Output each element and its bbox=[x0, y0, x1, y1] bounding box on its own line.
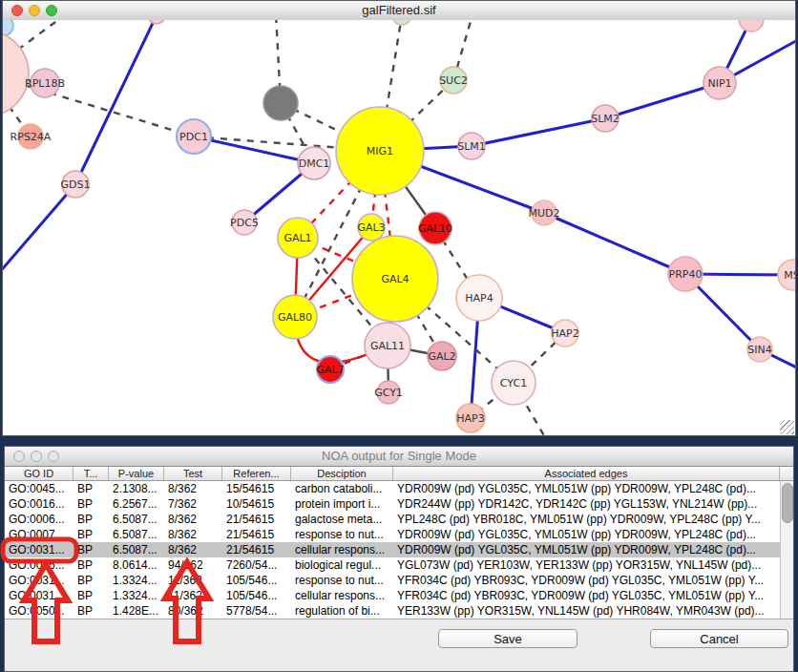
cell-desciption: regulation of bi... bbox=[291, 603, 393, 619]
node-label: DMC1 bbox=[299, 158, 330, 170]
cell-desciption: cellular respons... bbox=[291, 542, 393, 557]
network-node-cut-top-mig[interactable] bbox=[392, 20, 411, 25]
column-header-referen[interactable]: Referen... bbox=[222, 467, 291, 480]
table-row[interactable]: GO:0050...BP1.428E...80/3625778/54...reg… bbox=[5, 603, 780, 619]
network-window-titlebar[interactable]: galFiltered.sif bbox=[3, 1, 795, 21]
node-label: HAP3 bbox=[456, 412, 484, 425]
column-header-t[interactable]: T... bbox=[74, 467, 109, 480]
table-row[interactable]: GO:0016...BP6.2567...7/36210/54615protei… bbox=[5, 496, 780, 512]
cell-desciption: response to nut... bbox=[291, 527, 393, 542]
node-label: MIG1 bbox=[367, 145, 393, 158]
cell-associatededges: YER133W (pp) YOR315W, YNL145W (pd) YHR08… bbox=[393, 603, 780, 619]
cell-referen: 105/546... bbox=[222, 573, 291, 588]
cell-t: BP bbox=[74, 481, 109, 496]
scrollbar-thumb[interactable] bbox=[782, 483, 793, 523]
cell-referen: 5778/54... bbox=[222, 603, 291, 619]
cell-referen: 10/54615 bbox=[222, 496, 291, 512]
column-header-goid[interactable]: GO ID bbox=[5, 467, 74, 480]
column-header-test[interactable]: Test bbox=[164, 467, 222, 480]
network-node-big-left[interactable] bbox=[3, 31, 29, 116]
network-window: galFiltered.sif RPL18BRPS24AGDS1PDC1MIG1… bbox=[2, 0, 796, 436]
table-bottom-divider bbox=[5, 619, 793, 620]
column-header-associatededges[interactable]: Associated edges bbox=[393, 467, 780, 480]
table-row[interactable]: GO:0006...BP6.5087...8/36221/54615galact… bbox=[5, 512, 780, 527]
table-row[interactable]: GO:0007...BP6.5087...8/36221/54615respon… bbox=[5, 527, 780, 542]
node-label: GDS1 bbox=[61, 178, 91, 191]
cell-test: 7/362 bbox=[164, 496, 222, 512]
network-node-cut-top-mid[interactable] bbox=[148, 20, 165, 24]
cell-referen: 7260/54... bbox=[222, 557, 291, 573]
vertical-scrollbar[interactable] bbox=[780, 481, 793, 619]
node-label: RPL18B bbox=[25, 77, 65, 90]
cell-goid: GO:0050... bbox=[5, 603, 74, 619]
cell-test: 8/362 bbox=[164, 527, 222, 542]
network-graph: RPL18BRPS24AGDS1PDC1MIG1DMC1PDC5SUC2SLM1… bbox=[3, 20, 795, 435]
network-node-cut-top-right[interactable] bbox=[739, 20, 764, 32]
cell-test: 11/362 bbox=[164, 573, 222, 588]
table-row[interactable]: GO:0045...BP2.1308...8/36215/54615carbon… bbox=[5, 481, 780, 496]
cell-t: BP bbox=[74, 496, 109, 512]
network-edge-GDS1-off-bl bbox=[3, 184, 75, 287]
column-header-desciption[interactable]: Desciption bbox=[291, 467, 393, 480]
cell-goid: GO:0016... bbox=[5, 496, 74, 512]
cell-desciption: carbon cataboli... bbox=[291, 481, 393, 496]
cell-test: 8/362 bbox=[164, 512, 222, 527]
node-label: SLM1 bbox=[457, 140, 486, 153]
cell-goid: GO:0007... bbox=[5, 527, 74, 542]
cell-desciption: response to nut... bbox=[291, 573, 393, 588]
cell-desciption: cellular respons... bbox=[291, 588, 393, 603]
node-label: PDC1 bbox=[179, 131, 208, 143]
table-row[interactable]: GO:0031...BP1.3324...11/362105/546...cel… bbox=[5, 588, 780, 603]
cell-associatededges: YDR009W (pd) YGL035C, YML051W (pp) YDR00… bbox=[393, 542, 780, 557]
cell-referen: 21/54615 bbox=[222, 512, 291, 527]
node-label: PRP40 bbox=[669, 268, 703, 281]
cell-test: 8/362 bbox=[164, 481, 222, 496]
cell-associatededges: YDR009W (pd) YGL035C, YML051W (pp) YDR00… bbox=[393, 481, 780, 496]
cell-test: 80/362 bbox=[164, 603, 222, 619]
cell-pvalue: 8.0614... bbox=[109, 557, 164, 573]
noa-window-titlebar[interactable]: NOA output for Single Mode bbox=[5, 447, 793, 467]
cell-associatededges: YFR034C (pd) YBR093C, YDR009W (pd) YGL03… bbox=[393, 573, 780, 588]
node-label: GAL1 bbox=[284, 232, 311, 244]
noa-results-table: GO:0045...BP2.1308...8/36215/54615carbon… bbox=[5, 481, 780, 619]
cell-t: BP bbox=[74, 512, 109, 527]
cell-referen: 21/54615 bbox=[222, 527, 291, 542]
network-canvas[interactable]: RPL18BRPS24AGDS1PDC1MIG1DMC1PDC5SUC2SLM1… bbox=[3, 20, 795, 435]
cell-pvalue: 1.3324... bbox=[109, 588, 164, 603]
cell-test: 8/362 bbox=[164, 542, 222, 557]
node-label: HAP4 bbox=[465, 292, 493, 304]
node-label: MSI bbox=[784, 269, 795, 282]
node-label: NIP1 bbox=[707, 77, 731, 90]
cell-desciption: galactose meta... bbox=[291, 512, 393, 527]
cell-associatededges: YPL248C (pd) YBR018C, YML051W (pp) YDR00… bbox=[393, 512, 780, 527]
node-label: GAL2 bbox=[428, 350, 455, 363]
network-node-gray-node[interactable] bbox=[263, 86, 298, 120]
network-edge-cut-top-mid-GDS1 bbox=[75, 20, 157, 184]
cell-t: BP bbox=[74, 542, 109, 557]
table-row[interactable]: GO:0065...BP8.0614...94/3627260/54...bio… bbox=[5, 557, 780, 573]
cell-goid: GO:0031... bbox=[5, 588, 74, 603]
node-label: GCY1 bbox=[374, 387, 403, 399]
column-header-pvalue[interactable]: P-value bbox=[109, 467, 164, 480]
cell-pvalue: 2.1308... bbox=[109, 481, 164, 496]
node-label: GAL4 bbox=[381, 273, 409, 285]
network-node-cut-topleft[interactable] bbox=[3, 20, 13, 35]
cell-pvalue: 1.428E... bbox=[109, 603, 164, 619]
cell-pvalue: 6.2567... bbox=[109, 496, 164, 512]
cell-referen: 15/54615 bbox=[222, 481, 291, 496]
node-label: GAL11 bbox=[370, 340, 405, 352]
node-label: HAP2 bbox=[551, 327, 578, 340]
node-label: GAL7 bbox=[316, 364, 344, 376]
resize-grip-icon[interactable] bbox=[780, 420, 794, 434]
node-label: SIN4 bbox=[747, 344, 771, 356]
table-row[interactable]: GO:0031...BP6.5087...8/36221/54615cellul… bbox=[5, 542, 780, 557]
cancel-button[interactable]: Cancel bbox=[650, 629, 788, 648]
cell-pvalue: 6.5087... bbox=[109, 542, 164, 557]
cell-goid: GO:0006... bbox=[5, 512, 74, 527]
save-button[interactable]: Save bbox=[438, 629, 578, 648]
cell-associatededges: YDR009W (pd) YGL035C, YML051W (pp) YDR00… bbox=[393, 527, 780, 542]
cell-goid: GO:0031... bbox=[5, 573, 74, 588]
table-row[interactable]: GO:0031...BP1.3324...11/362105/546...res… bbox=[5, 573, 780, 588]
node-label: PDC5 bbox=[230, 217, 259, 229]
network-edge-MUD2-PRP40 bbox=[544, 213, 685, 274]
